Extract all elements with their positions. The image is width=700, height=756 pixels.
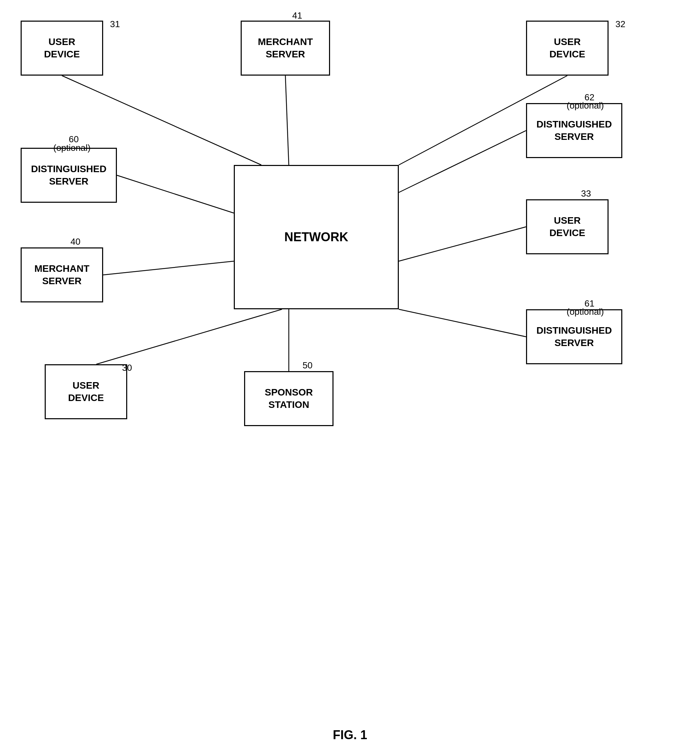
user-device-30-number: 30 — [122, 363, 132, 373]
merchant-server-40-box: MERCHANTSERVER — [20, 248, 103, 302]
sponsor-station-50-number: 50 — [303, 360, 312, 371]
user-device-32-label: USERDEVICE — [549, 36, 585, 61]
figure-caption: FIG. 1 — [333, 728, 367, 742]
distinguished-server-61-box: DISTINGUISHEDSERVER — [526, 309, 622, 364]
svg-line-9 — [399, 309, 526, 337]
user-device-33-box: USERDEVICE — [526, 199, 609, 254]
svg-line-5 — [103, 261, 234, 275]
distinguished-server-62-box: DISTINGUISHEDSERVER — [526, 103, 622, 158]
distinguished-server-60-optional: (optional) — [53, 143, 91, 153]
merchant-server-40-number: 40 — [70, 237, 80, 247]
user-device-31-label: USERDEVICE — [44, 36, 80, 61]
user-device-33-label: USERDEVICE — [549, 214, 585, 240]
svg-line-6 — [399, 227, 526, 261]
figure-caption-text: FIG. 1 — [333, 728, 367, 742]
merchant-server-41-box: MERCHANTSERVER — [241, 20, 330, 76]
sponsor-station-50-label: SPONSORSTATION — [265, 386, 313, 412]
svg-line-1 — [285, 76, 289, 165]
sponsor-station-50-box: SPONSORSTATION — [244, 371, 333, 426]
user-device-30-box: USERDEVICE — [45, 364, 127, 419]
svg-line-3 — [117, 175, 234, 213]
svg-line-4 — [399, 131, 526, 192]
merchant-server-40-label: MERCHANTSERVER — [34, 263, 89, 288]
network-box: NETWORK — [234, 165, 399, 309]
distinguished-server-61-optional: (optional) — [567, 307, 604, 317]
merchant-server-41-label: MERCHANTSERVER — [258, 36, 313, 61]
user-device-30-label: USERDEVICE — [68, 379, 104, 404]
user-device-32-box: USERDEVICE — [526, 20, 609, 76]
user-device-31-box: USERDEVICE — [20, 20, 103, 76]
user-device-33-number: 33 — [581, 188, 591, 199]
user-device-31-number: 31 — [110, 19, 120, 30]
distinguished-server-60-box: DISTINGUISHEDSERVER — [20, 148, 117, 203]
user-device-32-number: 32 — [616, 19, 625, 30]
merchant-server-41-number: 41 — [292, 10, 302, 21]
distinguished-server-62-label: DISTINGUISHEDSERVER — [536, 118, 612, 143]
distinguished-server-61-label: DISTINGUISHEDSERVER — [536, 324, 612, 349]
network-label: NETWORK — [284, 230, 348, 244]
distinguished-server-62-optional: (optional) — [567, 100, 604, 111]
diagram: NETWORK USERDEVICE 31 MERCHANTSERVER 41 … — [0, 0, 700, 705]
svg-line-7 — [96, 309, 282, 364]
distinguished-server-60-label: DISTINGUISHEDSERVER — [31, 163, 106, 188]
